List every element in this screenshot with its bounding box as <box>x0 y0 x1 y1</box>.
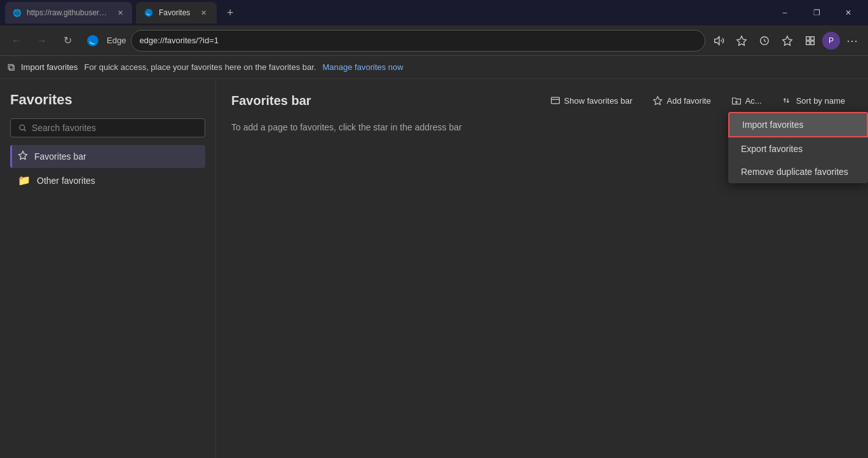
main-area: Favorites Favorites bar 📁 Other favorite… <box>0 79 868 458</box>
address-bar[interactable]: edge://favorites/?id=1 <box>131 30 705 52</box>
tab-inactive-github[interactable]: 🌐 https://raw.githubusercontent.cc... ✕ <box>5 2 132 24</box>
add-folder-label: Ac... <box>745 96 762 106</box>
manage-favorites-link[interactable]: Manage favorites now <box>323 62 403 72</box>
tabs-container: 🌐 https://raw.githubusercontent.cc... ✕ … <box>5 2 765 24</box>
toolbar-icons: P ⋯ <box>708 30 863 52</box>
window-controls: – ❐ ✕ <box>770 3 863 23</box>
import-favorites-label: Import favorites <box>742 120 803 130</box>
restore-button[interactable]: ❐ <box>802 3 831 23</box>
tab-active-favorites[interactable]: Favorites ✕ <box>136 2 217 24</box>
tab-active-label: Favorites <box>159 8 190 17</box>
sidebar-item-favorites-bar[interactable]: Favorites bar <box>10 145 205 168</box>
new-tab-button[interactable]: + <box>220 3 240 22</box>
other-favorites-label: Other favorites <box>37 176 95 186</box>
svg-line-8 <box>24 129 26 131</box>
profile-avatar[interactable]: P <box>822 32 840 50</box>
add-folder-icon <box>731 95 742 106</box>
add-to-favorites-icon[interactable] <box>731 30 752 52</box>
sort-icon <box>782 95 792 106</box>
remove-duplicates-label: Remove duplicate favorites <box>741 167 848 177</box>
sidebar: Favorites Favorites bar 📁 Other favorite… <box>0 79 216 458</box>
sidebar-item-other-favorites[interactable]: 📁 Other favorites <box>10 169 205 191</box>
svg-point-7 <box>20 125 25 130</box>
refresh-button[interactable]: ↻ <box>56 29 79 52</box>
add-favorite-icon <box>653 95 663 106</box>
svg-marker-12 <box>654 97 662 105</box>
address-text: edge://favorites/?id=1 <box>139 36 219 45</box>
favorites-bar-label: Favorites bar <box>34 151 86 162</box>
navbar: ← → ↻ Edge edge://favorites/?id=1 P ⋯ <box>0 25 868 56</box>
dropdown-item-import[interactable]: Import favorites <box>728 112 868 137</box>
svg-rect-5 <box>806 41 810 44</box>
svg-marker-9 <box>19 151 27 160</box>
add-favorite-label: Add favorite <box>667 96 710 106</box>
tab-favicon-github: 🌐 <box>13 8 22 18</box>
search-icon <box>18 123 27 132</box>
add-folder-button[interactable]: Ac... <box>724 92 770 109</box>
svg-rect-6 <box>811 41 814 44</box>
collections-icon[interactable] <box>799 30 821 52</box>
titlebar: 🌐 https://raw.githubusercontent.cc... ✕ … <box>0 0 868 25</box>
svg-rect-10 <box>551 97 559 104</box>
tab-close-inactive[interactable]: ✕ <box>116 7 125 18</box>
svg-marker-2 <box>783 36 792 45</box>
add-favorite-button[interactable]: Add favorite <box>645 92 718 109</box>
forward-button[interactable]: → <box>31 29 53 52</box>
favorites-bar-icon <box>18 150 28 163</box>
sidebar-title: Favorites <box>10 92 205 108</box>
content-actions: Show favorites bar Add favorite Ac... <box>543 92 853 109</box>
show-favorites-bar-button[interactable]: Show favorites bar <box>543 92 641 109</box>
svg-rect-3 <box>806 36 810 39</box>
dropdown-item-export[interactable]: Export favorites <box>728 137 868 160</box>
browser-essentials-icon[interactable] <box>754 30 775 52</box>
star-icon <box>18 150 28 160</box>
tab-favicon-edge <box>144 8 154 18</box>
browser-name-label: Edge <box>107 36 126 45</box>
show-bar-icon <box>550 95 560 106</box>
show-favorites-bar-label: Show favorites bar <box>564 96 633 106</box>
minimize-button[interactable]: – <box>770 3 799 23</box>
close-button[interactable]: ✕ <box>834 3 863 23</box>
dropdown-item-remove-duplicates[interactable]: Remove duplicate favorites <box>728 160 868 183</box>
tab-inactive-label: https://raw.githubusercontent.cc... <box>27 8 109 17</box>
sort-by-name-label: Sort by name <box>796 96 845 106</box>
import-bar-description: For quick access, place your favorites h… <box>85 62 316 72</box>
import-bar-button[interactable]: Import favorites <box>21 62 78 72</box>
dropdown-menu: Import favorites Export favorites Remove… <box>728 112 868 183</box>
favorites-icon[interactable] <box>776 30 798 52</box>
sort-by-name-button[interactable]: Sort by name <box>775 92 853 109</box>
export-favorites-label: Export favorites <box>741 144 803 154</box>
back-button[interactable]: ← <box>5 29 28 52</box>
svg-rect-4 <box>811 36 814 39</box>
content-title: Favorites bar <box>231 94 311 108</box>
edge-logo <box>84 32 102 50</box>
search-input[interactable] <box>32 123 197 133</box>
import-bar-icon: ⧉ <box>8 62 15 73</box>
folder-icon: 📁 <box>18 174 31 186</box>
svg-marker-0 <box>737 36 746 45</box>
read-aloud-icon[interactable] <box>708 30 729 52</box>
more-tools-button[interactable]: ⋯ <box>841 30 863 52</box>
import-bar: ⧉ Import favorites For quick access, pla… <box>0 56 868 79</box>
content-area: Favorites bar Show favorites bar Add fav… <box>216 79 868 458</box>
search-box[interactable] <box>10 118 205 137</box>
tab-close-active[interactable]: ✕ <box>198 7 209 18</box>
content-header: Favorites bar Show favorites bar Add fav… <box>231 92 853 109</box>
